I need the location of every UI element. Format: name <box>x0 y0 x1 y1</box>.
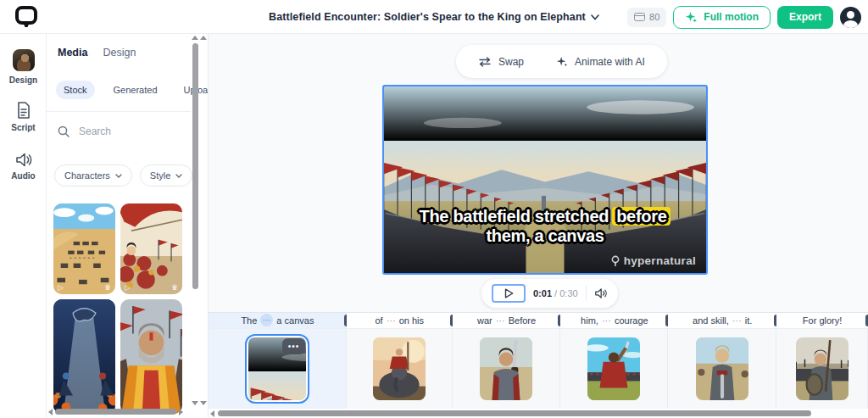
segment-text-4[interactable]: him,···courage <box>560 313 668 328</box>
credits-badge[interactable]: 80 <box>627 8 666 27</box>
watermark-pin-icon <box>610 255 620 267</box>
media-item-red-banners[interactable]: ▷ ♛ <box>120 203 182 294</box>
timeline-thumbnail-2[interactable] <box>373 337 426 400</box>
segment-handle[interactable] <box>344 315 347 326</box>
play-icon: ▷ <box>58 284 64 292</box>
swap-button[interactable]: Swap <box>473 55 529 69</box>
segment-text: The <box>241 315 257 326</box>
timeline-thumbnail-row: ••• <box>209 329 868 409</box>
volume-icon <box>594 287 608 299</box>
filter-dropdowns: Characters Style <box>54 164 192 187</box>
current-time: 0:01 <box>533 288 552 298</box>
search-icon <box>58 125 70 137</box>
export-button[interactable]: Export <box>777 6 833 29</box>
timeline-thumbnail-1-selected[interactable]: ••• <box>245 334 309 404</box>
timeline-horizontal-scrollbar[interactable] <box>210 410 867 417</box>
scrollbar-thumb[interactable] <box>218 410 811 416</box>
watermark-text: hypernatural <box>624 254 696 267</box>
speaker-icon <box>15 153 32 167</box>
video-preview[interactable]: The battlefield stretchedbefore them, a … <box>382 85 708 275</box>
filter-stock[interactable]: Stock <box>56 81 95 99</box>
animate-with-ai-button[interactable]: Animate with AI <box>551 55 650 69</box>
more-options-button[interactable]: ••• <box>282 338 305 354</box>
segment-text: For glory! <box>803 315 842 326</box>
segment-handle[interactable] <box>665 315 668 326</box>
media-item-warrior-king[interactable] <box>120 299 182 414</box>
avatar[interactable] <box>840 7 861 28</box>
time-display: 0:01 / 0:30 <box>533 288 578 298</box>
caption-line2: them, a canvas <box>486 226 604 245</box>
timeline-cell-6 <box>776 329 868 409</box>
export-label: Export <box>789 11 821 23</box>
rail-item-script[interactable]: Script <box>0 102 47 132</box>
divider <box>586 286 587 301</box>
scroll-right-icon[interactable] <box>179 409 183 415</box>
time-separator: / <box>554 288 557 298</box>
scroll-up-icon[interactable] <box>200 36 207 40</box>
timeline-thumbnail-5[interactable] <box>696 337 748 400</box>
project-title-menu[interactable]: Battlefield Encounter: Soldier's Spear t… <box>269 11 599 23</box>
segment-handle[interactable] <box>450 315 453 326</box>
full-motion-button[interactable]: Full motion <box>673 6 771 29</box>
tab-design[interactable]: Design <box>103 47 136 59</box>
segment-handle[interactable] <box>558 315 560 326</box>
full-motion-label: Full motion <box>704 11 759 23</box>
style-dropdown-label: Style <box>150 170 170 181</box>
timeline-thumbnail-6[interactable] <box>796 337 849 400</box>
media-panel: Media Design Stock Generated Uploaded Ch… <box>47 34 208 418</box>
swap-label: Swap <box>498 56 524 68</box>
timeline-thumbnail-3[interactable] <box>480 337 532 400</box>
hypernatural-logo-icon[interactable] <box>15 6 37 28</box>
scroll-up-icon[interactable] <box>192 36 198 40</box>
rail-item-audio[interactable]: Audio <box>0 153 47 181</box>
media-item-dragon-arena[interactable] <box>53 299 115 414</box>
ellipsis: ··· <box>732 315 742 326</box>
segment-text: on his <box>399 315 424 326</box>
timeline-cell-1: ••• <box>209 329 347 409</box>
crown-icon: ♛ <box>171 284 178 292</box>
watermark: hypernatural <box>610 254 696 267</box>
panel-tabs: Media Design <box>58 47 136 59</box>
search-input[interactable] <box>77 125 170 138</box>
scrollbar-thumb[interactable] <box>55 409 176 415</box>
canvas-area: Swap Animate with AI The battlefield str… <box>208 34 868 312</box>
rail-script-label: Script <box>11 123 35 132</box>
scroll-left-icon[interactable] <box>48 409 53 415</box>
play-icon <box>504 288 514 298</box>
volume-button[interactable] <box>594 287 608 299</box>
media-item-desert-camp[interactable]: ▷ ♛ <box>53 203 115 294</box>
segment-text: war <box>477 315 492 326</box>
segment-text-2[interactable]: of···on his <box>347 313 453 328</box>
canvas-vertical-scrollbar[interactable] <box>200 36 207 405</box>
collapsed-text-chip[interactable]: ··· <box>260 314 273 326</box>
segment-text-1[interactable]: The···a canvas <box>209 313 347 328</box>
play-button[interactable] <box>492 284 526 303</box>
style-dropdown[interactable]: Style <box>140 164 192 187</box>
document-icon <box>16 102 31 119</box>
segment-handle[interactable] <box>774 315 776 326</box>
segment-text-3[interactable]: war···Before <box>453 313 561 328</box>
timeline-cell-4 <box>560 329 668 409</box>
panel-horizontal-scrollbar[interactable] <box>48 408 190 415</box>
panel-vertical-scrollbar[interactable] <box>192 36 198 405</box>
scroll-down-icon[interactable] <box>200 401 207 405</box>
ellipsis: ··· <box>602 315 611 326</box>
segment-text-6[interactable]: For glory! <box>776 313 868 328</box>
chevron-down-icon <box>591 14 599 20</box>
segment-text: it. <box>745 315 753 326</box>
ellipsis: ··· <box>496 315 505 326</box>
segment-text: a canvas <box>276 315 314 326</box>
tab-media[interactable]: Media <box>58 47 87 59</box>
scrollbar-thumb[interactable] <box>192 43 198 289</box>
filter-generated[interactable]: Generated <box>106 81 165 99</box>
timeline-cell-2 <box>347 329 453 409</box>
animate-with-ai-label: Animate with AI <box>575 56 645 68</box>
characters-dropdown[interactable]: Characters <box>54 164 132 187</box>
segment-text-5[interactable]: and skill,···it. <box>668 313 776 328</box>
segment-text: him, <box>581 315 598 326</box>
scroll-left-icon[interactable] <box>210 410 214 417</box>
rail-item-design[interactable]: Design <box>0 49 47 85</box>
crown-icon: ♛ <box>104 284 111 292</box>
timeline-thumbnail-4[interactable] <box>587 337 640 400</box>
scroll-down-icon[interactable] <box>192 401 198 405</box>
